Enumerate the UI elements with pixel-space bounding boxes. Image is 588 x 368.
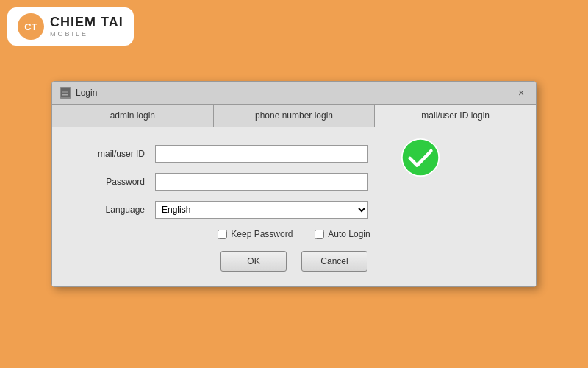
svg-rect-3 xyxy=(62,94,68,96)
keep-password-label: Keep Password xyxy=(231,229,293,239)
user-id-input[interactable] xyxy=(155,145,368,163)
checkboxes-row: Keep Password Auto Login xyxy=(74,229,514,239)
password-label: Password xyxy=(74,177,155,187)
svg-rect-1 xyxy=(62,91,68,92)
logo-icon: CT xyxy=(18,13,44,40)
buttons-row: OK Cancel xyxy=(74,251,514,272)
user-id-label: mail/user ID xyxy=(74,149,155,159)
tab-admin[interactable]: admin login xyxy=(52,105,214,127)
logo-main-text: CHIEM TAI xyxy=(50,15,123,30)
title-bar-left: Login xyxy=(60,87,97,99)
tab-phone[interactable]: phone number login xyxy=(214,105,376,127)
auto-login-input[interactable] xyxy=(315,230,324,239)
page-wrapper: CT CHIEM TAI MOBILE Login × xyxy=(0,0,588,368)
keep-password-input[interactable] xyxy=(218,230,227,239)
title-bar: Login × xyxy=(52,82,536,105)
language-select[interactable]: EnglishVietnameseJapaneseChinese xyxy=(155,201,368,219)
logo-text-group: CHIEM TAI MOBILE xyxy=(50,15,123,38)
password-input[interactable] xyxy=(155,173,368,191)
dialog-icon xyxy=(60,87,71,99)
login-dialog: Login × admin login phone number login m… xyxy=(51,81,537,287)
logo-sub-text: MOBILE xyxy=(50,30,123,38)
dialog-title: Login xyxy=(76,88,97,98)
keep-password-checkbox[interactable]: Keep Password xyxy=(218,229,293,239)
svg-rect-2 xyxy=(62,93,68,94)
ok-button[interactable]: OK xyxy=(220,251,287,272)
close-button[interactable]: × xyxy=(514,85,528,100)
language-row: Language EnglishVietnameseJapaneseChines… xyxy=(74,201,514,219)
dialog-content: mail/user ID Password Language EnglishVi… xyxy=(52,127,536,286)
tab-mail[interactable]: mail/user ID login xyxy=(375,105,536,127)
auto-login-checkbox[interactable]: Auto Login xyxy=(315,229,370,239)
user-id-row: mail/user ID xyxy=(74,145,514,163)
logo-container: CT CHIEM TAI MOBILE xyxy=(7,7,134,46)
language-label: Language xyxy=(74,205,155,215)
auto-login-label: Auto Login xyxy=(328,229,370,239)
password-row: Password xyxy=(74,173,514,191)
tabs-row: admin login phone number login mail/user… xyxy=(52,105,536,127)
cancel-button[interactable]: Cancel xyxy=(301,251,368,272)
